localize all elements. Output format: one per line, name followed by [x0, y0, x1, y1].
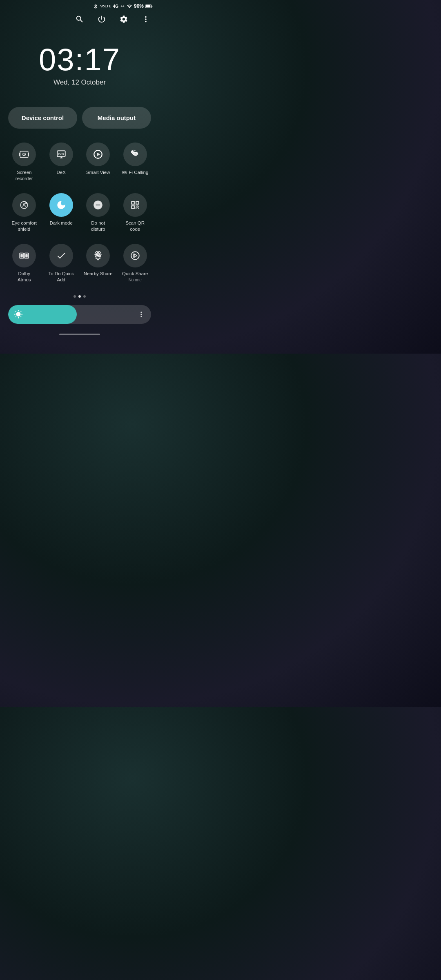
- clock-section: 03:17 Wed, 12 October: [0, 28, 159, 95]
- more-icon: [141, 15, 150, 24]
- dot-2: [78, 295, 81, 298]
- dark-mode-icon: [56, 200, 67, 210]
- volte-icon: VoLTE: [100, 4, 111, 8]
- tile-nearby-share[interactable]: Nearby Share: [80, 238, 117, 289]
- dot-3: [83, 295, 86, 298]
- dot-1: [74, 295, 76, 298]
- do-not-disturb-icon: [93, 200, 103, 210]
- power-icon: [97, 15, 106, 24]
- dex-icon: DeX: [56, 149, 67, 160]
- svg-point-25: [131, 252, 139, 260]
- tile-icon-smart-view: [86, 143, 110, 166]
- tile-icon-wifi-calling: [123, 143, 147, 166]
- device-control-button[interactable]: Device control: [8, 107, 77, 129]
- sun-icon: [14, 310, 23, 319]
- svg-text:DeX: DeX: [58, 152, 64, 156]
- tile-wifi-calling[interactable]: Wi-Fi Calling: [117, 137, 154, 187]
- tile-label-do-not-disturb: Do notdisturb: [91, 220, 105, 232]
- settings-icon: [119, 15, 128, 24]
- tile-label-screen-recorder: Screenrecorder: [16, 169, 33, 182]
- tile-todo-quick-add[interactable]: To Do QuickAdd: [43, 238, 80, 289]
- battery-percent: 90%: [134, 3, 144, 9]
- quick-share-icon: [130, 250, 140, 261]
- tile-icon-dolby-atmos: [12, 244, 36, 267]
- tile-label-todo-quick-add: To Do QuickAdd: [48, 271, 74, 283]
- nearby-share-icon: [93, 250, 103, 261]
- tile-label-smart-view: Smart View: [86, 169, 110, 176]
- header-actions: [0, 11, 159, 28]
- home-bar: [59, 334, 100, 335]
- quick-tiles-grid: Screenrecorder DeX DeX Smart View: [0, 135, 159, 290]
- svg-point-24: [98, 252, 99, 253]
- tile-sublabel-quick-share: No one: [129, 278, 142, 282]
- settings-button[interactable]: [118, 14, 129, 24]
- more-options-button[interactable]: [140, 14, 151, 24]
- search-button[interactable]: [74, 14, 85, 24]
- tile-smart-view[interactable]: Smart View: [80, 137, 117, 187]
- tile-dolby-atmos[interactable]: DolbyAtmos: [6, 238, 43, 289]
- tile-label-quick-share: Quick Share: [122, 271, 148, 277]
- brightness-options-button[interactable]: [137, 310, 145, 318]
- search-icon: [75, 15, 84, 24]
- pagination-dots: [0, 290, 159, 301]
- tile-icon-dark-mode: [49, 193, 73, 217]
- tile-label-wifi-calling: Wi-Fi Calling: [122, 169, 148, 176]
- svg-rect-4: [19, 153, 20, 156]
- tile-label-nearby-share: Nearby Share: [84, 271, 113, 277]
- tile-label-dark-mode: Dark mode: [50, 220, 73, 226]
- tile-label-scan-qr: Scan QRcode: [125, 220, 145, 232]
- vertical-dots-icon: [137, 310, 145, 318]
- svg-rect-2: [151, 6, 152, 7]
- scan-qr-icon: [130, 200, 140, 210]
- media-output-button[interactable]: Media output: [82, 107, 151, 129]
- tile-dark-mode[interactable]: Dark mode: [43, 187, 80, 238]
- clock-date: Wed, 12 October: [0, 78, 159, 87]
- tile-icon-quick-share: [123, 244, 147, 267]
- tile-scan-qr[interactable]: Scan QRcode: [117, 187, 154, 238]
- svg-rect-20: [21, 254, 23, 257]
- tile-label-dolby-atmos: DolbyAtmos: [18, 271, 31, 283]
- power-button[interactable]: [96, 14, 107, 24]
- control-buttons: Device control Media output: [0, 95, 159, 135]
- svg-marker-13: [97, 153, 100, 156]
- tile-quick-share[interactable]: Quick Share No one: [117, 238, 154, 289]
- tile-label-dex: DeX: [57, 169, 66, 176]
- tile-icon-eye-comfort: A: [12, 193, 36, 217]
- tile-dex[interactable]: DeX DeX: [43, 137, 80, 187]
- smart-view-icon: [93, 149, 103, 160]
- brightness-icon: [14, 310, 23, 319]
- data-arrows-icon: [120, 4, 125, 9]
- tile-label-eye-comfort: Eye comfortshield: [12, 220, 37, 232]
- wifi-calling-icon: [130, 149, 140, 160]
- eye-comfort-icon: A: [19, 200, 29, 210]
- tile-icon-dex: DeX: [49, 143, 73, 166]
- signal-icon: [127, 4, 132, 9]
- brightness-bar[interactable]: [8, 305, 151, 324]
- tile-icon-do-not-disturb: [86, 193, 110, 217]
- tile-icon-nearby-share: [86, 244, 110, 267]
- 4g-icon: 4G: [113, 4, 118, 9]
- svg-point-7: [24, 154, 24, 155]
- tile-icon-scan-qr: [123, 193, 147, 217]
- tile-screen-recorder[interactable]: Screenrecorder: [6, 137, 43, 187]
- brightness-container: [0, 301, 159, 330]
- svg-rect-21: [26, 254, 28, 257]
- bluetooth-icon: [93, 4, 98, 9]
- tile-icon-todo-quick-add: [49, 244, 73, 267]
- screen-recorder-icon: [19, 149, 29, 160]
- status-icons: VoLTE 4G 90%: [93, 3, 153, 9]
- battery-icon: [145, 4, 153, 9]
- tile-eye-comfort[interactable]: A Eye comfortshield: [6, 187, 43, 238]
- tile-do-not-disturb[interactable]: Do notdisturb: [80, 187, 117, 238]
- clock-time: 03:17: [0, 44, 159, 75]
- svg-rect-1: [146, 5, 150, 7]
- dolby-icon: [19, 250, 29, 261]
- status-bar: VoLTE 4G 90%: [0, 0, 159, 11]
- home-indicator: [0, 330, 159, 338]
- svg-rect-5: [28, 153, 29, 156]
- todo-icon: [56, 250, 67, 261]
- tile-icon-screen-recorder: [12, 143, 36, 166]
